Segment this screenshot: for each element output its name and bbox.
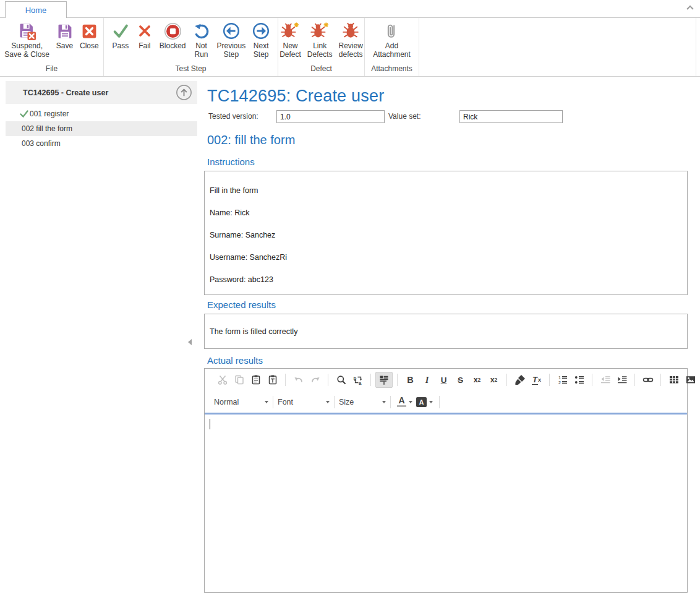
link-defects-button[interactable]: Link Defects [304, 19, 336, 59]
ribbon: Suspend, Save & Close Save Clos [0, 17, 700, 77]
font-dropdown[interactable]: Font [278, 398, 330, 406]
green-check-icon [111, 20, 130, 42]
review-defects-button[interactable]: Review defects [336, 19, 366, 59]
undo-icon[interactable] [290, 372, 307, 388]
ribbon-group-file: Suspend, Save & Close Save Clos [0, 18, 104, 76]
text-color-icon: A [397, 397, 406, 407]
previous-step-button[interactable]: Previous Step [214, 19, 249, 59]
tab-home[interactable]: Home [5, 1, 67, 18]
pass-button[interactable]: Pass [108, 19, 133, 51]
format-painter-icon[interactable] [511, 372, 528, 388]
expected-line: The form is filled correctly [210, 327, 682, 337]
fail-button[interactable]: Fail [133, 19, 156, 51]
tested-version-input[interactable] [276, 110, 385, 123]
editor-toolbar-row1: b a B I U [205, 369, 687, 391]
chevron-down-icon [265, 401, 268, 403]
actual-results-text-area[interactable] [205, 414, 687, 592]
underline-icon[interactable]: U [435, 372, 452, 388]
button-label: Close [80, 42, 99, 51]
not-run-button[interactable]: Not Run [189, 19, 214, 59]
outdent-icon[interactable] [597, 372, 613, 388]
redo-icon[interactable] [307, 372, 323, 388]
step-label: 003 confirm [22, 139, 61, 148]
toolbar-separator [660, 374, 661, 386]
floppy-icon [56, 20, 74, 42]
link-icon[interactable] [639, 372, 656, 388]
next-step-button[interactable]: Next Step [249, 19, 273, 59]
ribbon-group-defect: New Defect Link Defects Review defects D… [278, 18, 365, 76]
numbered-list-icon[interactable]: 1 2 [554, 372, 571, 388]
background-color-button[interactable]: A [416, 397, 433, 407]
run-fields-row: Tested version: Value set: [204, 110, 688, 124]
paste-text-icon[interactable] [264, 372, 281, 388]
subscript-icon[interactable]: x2 [469, 372, 485, 388]
group-label-defect: Defect [278, 64, 364, 76]
bullet-list-icon[interactable] [571, 372, 587, 388]
strikethrough-icon[interactable]: S [452, 372, 469, 388]
image-icon[interactable] [682, 372, 699, 388]
page-title: TC142695: Create user [207, 87, 688, 105]
find-icon[interactable] [333, 372, 349, 388]
save-button[interactable]: Save [53, 19, 77, 51]
group-label-file: File [0, 64, 103, 76]
close-button[interactable]: Close [77, 19, 102, 51]
background-color-icon: A [416, 397, 427, 407]
indent-icon[interactable] [613, 372, 630, 388]
new-defect-button[interactable]: New Defect [276, 19, 304, 59]
copy-icon[interactable] [231, 372, 247, 388]
button-label: Blocked [160, 42, 186, 51]
toolbar-separator [328, 374, 328, 386]
button-label: New Defect [280, 42, 301, 59]
editor-toolbar-row2: Normal Font Size A [205, 391, 687, 413]
circle-arrow-up-icon[interactable] [176, 84, 192, 101]
text-color-button[interactable]: A [397, 397, 412, 407]
step-list: 001 register 002 fill the form 003 confi… [6, 106, 197, 151]
splitter-collapse-handle[interactable] [188, 339, 192, 345]
clear-formatting-icon[interactable]: Tx [528, 372, 545, 388]
current-step-heading: 002: fill the form [207, 133, 295, 147]
font-size-dropdown[interactable]: Size [339, 398, 386, 406]
red-x-icon [136, 20, 153, 42]
group-label-test-step: Test Step [104, 64, 278, 76]
button-label: Save [56, 42, 73, 51]
table-icon[interactable] [665, 372, 682, 388]
svg-text:1: 1 [558, 376, 561, 380]
suspend-save-close-button[interactable]: Suspend, Save & Close [1, 19, 53, 59]
chevron-down-icon [382, 401, 386, 403]
actual-results-editor: b a B I U [204, 368, 688, 593]
superscript-icon[interactable]: x2 [485, 372, 502, 388]
button-label: Link Defects [307, 42, 333, 59]
value-set-input[interactable] [459, 110, 563, 123]
step-item-001[interactable]: 001 register [6, 106, 197, 121]
test-runner-window: Home Suspend, Save & Close [0, 0, 700, 597]
chevron-down-icon [409, 401, 412, 403]
floppy-suspend-icon [17, 20, 36, 42]
button-label: Review defects [339, 42, 363, 59]
step-passed-check-icon [20, 110, 28, 118]
svg-text:a: a [359, 380, 362, 386]
bold-icon[interactable]: B [402, 372, 419, 388]
blocked-button[interactable]: Blocked [156, 19, 189, 51]
sidebar-header: TC142695 - Create user [6, 81, 197, 104]
paragraph-format-dropdown[interactable]: Normal [214, 398, 268, 406]
add-attachment-button[interactable]: Add Attachment [370, 19, 414, 59]
instruction-line: Username: SanchezRi [210, 252, 682, 262]
button-label: Next Step [254, 42, 269, 59]
step-item-003[interactable]: 003 confirm [6, 136, 197, 151]
cut-icon[interactable] [214, 372, 231, 388]
button-label: Add Attachment [373, 42, 411, 59]
circle-arrow-left-icon [222, 20, 241, 42]
close-x-icon [80, 20, 98, 42]
refresh-arrow-icon [192, 20, 211, 42]
chevron-up-icon[interactable] [685, 3, 695, 12]
ribbon-tab-row: Home [0, 0, 700, 17]
step-item-002[interactable]: 002 fill the form [6, 121, 197, 136]
ribbon-spacer [419, 18, 696, 76]
italic-icon[interactable]: I [419, 372, 435, 388]
select-all-icon[interactable] [375, 372, 393, 388]
step-label: 002 fill the form [22, 124, 72, 133]
tab-home-label: Home [25, 6, 47, 15]
paste-icon[interactable] [247, 372, 264, 388]
button-label: Pass [112, 42, 129, 51]
replace-icon[interactable]: b a [349, 372, 366, 388]
